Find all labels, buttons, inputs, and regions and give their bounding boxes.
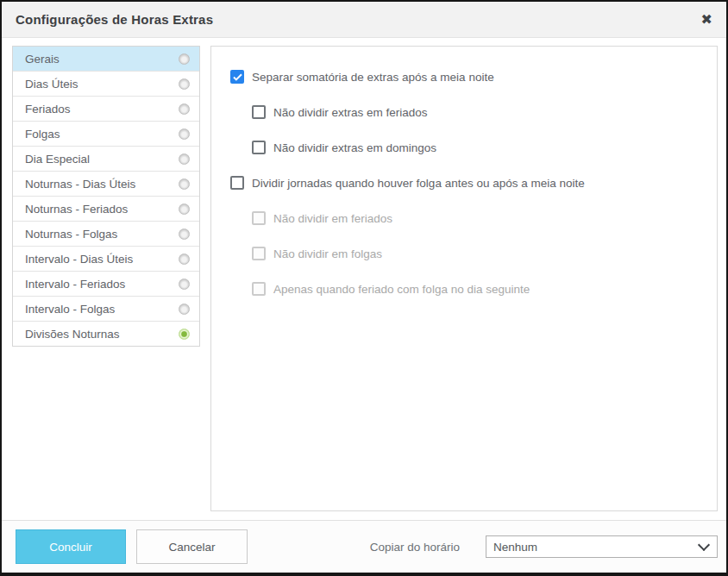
status-radio-icon bbox=[179, 329, 190, 340]
sidebar-item-intervalo-dias-uteis[interactable]: Intervalo - Dias Úteis bbox=[13, 247, 199, 272]
status-radio-icon bbox=[179, 103, 190, 115]
dialog-title: Configurações de Horas Extras bbox=[16, 12, 213, 27]
status-radio-icon bbox=[179, 78, 190, 90]
sidebar-item-gerais[interactable]: Gerais bbox=[13, 47, 199, 72]
checkbox-row-dividir-jornadas-quando-houver[interactable]: Dividir jornadas quando houver folga ant… bbox=[230, 175, 700, 191]
status-radio-icon bbox=[179, 254, 190, 265]
sidebar-item-label: Noturnas - Feriados bbox=[25, 203, 128, 216]
sidebar-item-label: Folgas bbox=[25, 128, 60, 141]
checkbox[interactable] bbox=[252, 282, 266, 296]
copy-schedule-select[interactable]: Nenhum bbox=[486, 535, 718, 558]
checkbox-label: Não dividir extras em feriados bbox=[273, 106, 428, 119]
cancel-button[interactable]: Cancelar bbox=[136, 529, 248, 564]
status-radio-icon bbox=[179, 304, 190, 315]
checkbox[interactable] bbox=[252, 247, 266, 260]
sidebar-item-label: Intervalo - Feriados bbox=[25, 278, 125, 291]
status-radio-icon bbox=[179, 153, 190, 165]
dialog-body: Gerais Dias Úteis Feriados Folgas Dia Es… bbox=[2, 38, 726, 520]
checkbox-label: Não dividir em feriados bbox=[273, 212, 392, 225]
sidebar-item-noturnas-folgas[interactable]: Noturnas - Folgas bbox=[13, 222, 199, 247]
status-radio-icon bbox=[179, 53, 190, 65]
checkbox[interactable] bbox=[230, 70, 244, 84]
sidebar-item-label: Noturnas - Dias Úteis bbox=[25, 178, 135, 191]
sidebar-item-divisoes-noturnas[interactable]: Divisões Noturnas bbox=[13, 322, 199, 346]
sidebar-list: Gerais Dias Úteis Feriados Folgas Dia Es… bbox=[12, 46, 200, 347]
checkbox-row-nao-dividir-extras-em[interactable]: Não dividir extras em feriados bbox=[252, 104, 700, 120]
sidebar-item-dia-especial[interactable]: Dia Especial bbox=[13, 147, 199, 172]
checkbox-row-separar-somatoria-de-extras[interactable]: Separar somatória de extras após a meia … bbox=[230, 69, 700, 85]
copy-schedule-group: Copiar do horário Nenhum bbox=[370, 535, 718, 558]
checkbox[interactable] bbox=[252, 211, 266, 225]
copy-schedule-select-wrap: Nenhum bbox=[486, 535, 718, 558]
sidebar-item-dias-uteis[interactable]: Dias Úteis bbox=[13, 72, 199, 97]
sidebar-item-label: Noturnas - Folgas bbox=[25, 228, 117, 241]
checkbox[interactable] bbox=[252, 141, 266, 154]
checkbox-row-nao-dividir-extras-em[interactable]: Não dividir extras em domingos bbox=[252, 140, 700, 155]
sidebar-item-intervalo-feriados[interactable]: Intervalo - Feriados bbox=[13, 272, 199, 297]
checkbox-label: Separar somatória de extras após a meia … bbox=[252, 71, 494, 84]
status-radio-icon bbox=[179, 279, 190, 290]
checkbox-row-nao-dividir-em-feriados[interactable]: Não dividir em feriados bbox=[252, 210, 700, 226]
sidebar-item-label: Dia Especial bbox=[25, 153, 90, 166]
sidebar-item-intervalo-folgas[interactable]: Intervalo - Folgas bbox=[13, 297, 199, 322]
copy-schedule-label: Copiar do horário bbox=[370, 541, 460, 554]
sidebar-item-folgas[interactable]: Folgas bbox=[13, 122, 199, 147]
checkbox-label: Não dividir extras em domingos bbox=[273, 141, 436, 154]
confirm-button[interactable]: Concluir bbox=[16, 529, 126, 564]
sidebar-item-label: Intervalo - Folgas bbox=[25, 303, 115, 316]
footer-bar: Concluir Cancelar Copiar do horário Nenh… bbox=[2, 520, 726, 573]
checkbox-row-nao-dividir-em-folgas[interactable]: Não dividir em folgas bbox=[252, 246, 700, 261]
sidebar-item-label: Feriados bbox=[25, 103, 71, 116]
status-radio-icon bbox=[179, 229, 190, 240]
checkbox-label: Dividir jornadas quando houver folga ant… bbox=[252, 177, 585, 190]
sidebar-item-label: Dias Úteis bbox=[25, 78, 78, 91]
sidebar-item-feriados[interactable]: Feriados bbox=[13, 97, 199, 122]
checkbox-label: Não dividir em folgas bbox=[273, 247, 382, 260]
sidebar-item-label: Intervalo - Dias Úteis bbox=[25, 253, 133, 266]
checkbox-row-apenas-quando-feriado-com[interactable]: Apenas quando feriado com folga no dia s… bbox=[252, 281, 700, 297]
checkbox-label: Apenas quando feriado com folga no dia s… bbox=[273, 283, 530, 296]
checkbox[interactable] bbox=[230, 176, 244, 190]
close-icon[interactable]: ✖ bbox=[701, 13, 712, 27]
sidebar-item-label: Divisões Noturnas bbox=[25, 328, 120, 341]
status-radio-icon bbox=[179, 128, 190, 140]
sidebar-item-noturnas-dias-uteis[interactable]: Noturnas - Dias Úteis bbox=[13, 172, 199, 197]
checkbox[interactable] bbox=[252, 105, 266, 119]
sidebar-item-label: Gerais bbox=[25, 53, 60, 66]
check-icon bbox=[233, 73, 242, 81]
overtime-settings-dialog: Configurações de Horas Extras ✖ Gerais D… bbox=[0, 0, 728, 576]
status-radio-icon bbox=[179, 203, 190, 215]
sidebar-item-noturnas-feriados[interactable]: Noturnas - Feriados bbox=[13, 197, 199, 222]
settings-panel: Separar somatória de extras após a meia … bbox=[210, 46, 718, 511]
status-radio-icon bbox=[179, 178, 190, 190]
titlebar: Configurações de Horas Extras ✖ bbox=[2, 2, 726, 38]
